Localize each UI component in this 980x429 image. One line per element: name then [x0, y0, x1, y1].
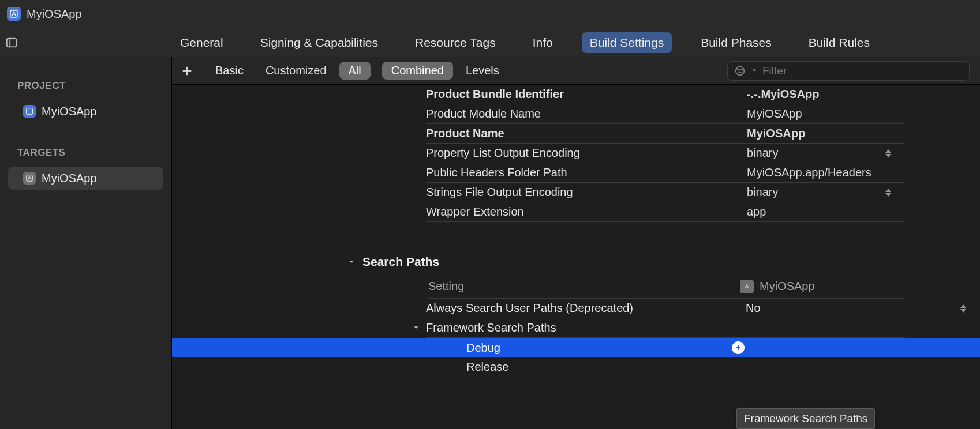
value-stepper-icon[interactable]: [884, 148, 892, 159]
scope-levels[interactable]: Levels: [457, 62, 508, 80]
tab-build-phases[interactable]: Build Phases: [693, 32, 780, 53]
divider: [201, 63, 201, 79]
window-title: MyiOSApp: [27, 7, 82, 21]
setting-value[interactable]: -.-.MyiOSApp: [747, 88, 905, 101]
setting-row[interactable]: Wrapper Extensionapp: [426, 202, 905, 222]
config-row-release[interactable]: Release: [172, 358, 980, 377]
setting-row[interactable]: Property List Output Encodingbinary: [426, 144, 905, 163]
setting-label: Wrapper Extension: [426, 205, 747, 219]
setting-framework-search-paths[interactable]: Framework Search Paths: [426, 318, 905, 338]
target-icon: [740, 280, 754, 293]
value-stepper-icon[interactable]: [959, 303, 967, 314]
config-row-debug[interactable]: Debug: [172, 338, 980, 358]
section-search-paths[interactable]: Search Paths: [347, 244, 980, 274]
setting-label: Property List Output Encoding: [426, 146, 747, 160]
tab-general[interactable]: General: [172, 32, 231, 53]
scope-all[interactable]: All: [339, 62, 371, 80]
setting-value[interactable]: MyiOSApp.app/Headers: [747, 166, 905, 179]
section-title: Search Paths: [362, 255, 439, 269]
editor-tabbar: General Signing & Capabilities Resource …: [0, 28, 980, 57]
filter-input[interactable]: [762, 65, 963, 77]
setting-row[interactable]: Public Headers Folder PathMyiOSApp.app/H…: [426, 163, 905, 183]
app-icon: [7, 7, 21, 21]
scope-customized[interactable]: Customized: [256, 62, 336, 80]
build-settings-list[interactable]: Product Bundle Identifier-.-.MyiOSAppPro…: [172, 85, 980, 429]
svg-rect-1: [7, 38, 17, 47]
column-setting: Setting: [428, 280, 740, 293]
add-setting-button[interactable]: [175, 59, 199, 82]
sidebar-project-item[interactable]: MyiOSApp: [8, 100, 163, 123]
tab-info[interactable]: Info: [525, 32, 561, 53]
toggle-navigator-icon[interactable]: [5, 36, 18, 50]
filter-field[interactable]: [727, 61, 970, 81]
config-label: Release: [172, 360, 732, 374]
setting-row[interactable]: Strings File Output Encodingbinary: [426, 183, 905, 202]
setting-value[interactable]: binary: [747, 186, 905, 199]
setting-label: Product Name: [426, 127, 747, 140]
project-icon: [23, 105, 36, 118]
setting-row[interactable]: Product Module NameMyiOSApp: [426, 104, 905, 124]
sidebar-target-item[interactable]: MyiOSApp: [8, 167, 163, 190]
build-settings-filterbar: Basic Customized All Combined Levels: [172, 57, 980, 85]
tooltip: Framework Search Paths: [736, 408, 875, 429]
setting-row[interactable]: Product Bundle Identifier-.-.MyiOSApp: [426, 85, 905, 104]
sidebar-project-header: PROJECT: [0, 70, 171, 99]
target-icon: [23, 172, 36, 185]
sidebar-project-label: MyiOSApp: [42, 105, 97, 118]
window-titlebar: MyiOSApp: [0, 0, 980, 28]
column-target: MyiOSApp: [760, 280, 815, 293]
svg-rect-3: [27, 108, 33, 115]
setting-row[interactable]: Product NameMyiOSApp: [426, 124, 905, 144]
tab-resource-tags[interactable]: Resource Tags: [407, 32, 504, 53]
config-label: Debug: [172, 341, 732, 355]
chevron-down-icon: [347, 255, 356, 269]
setting-label: Product Module Name: [426, 107, 747, 121]
chevron-down-icon[interactable]: [412, 321, 420, 334]
setting-value[interactable]: No: [746, 302, 905, 315]
tab-build-rules[interactable]: Build Rules: [801, 32, 878, 53]
setting-value[interactable]: binary: [747, 146, 905, 160]
sidebar-target-label: MyiOSApp: [42, 172, 97, 185]
setting-value[interactable]: MyiOSApp: [747, 107, 905, 121]
scope-combined[interactable]: Combined: [382, 62, 453, 80]
setting-label: Strings File Output Encoding: [426, 186, 747, 199]
sidebar-targets-header: TARGETS: [0, 124, 171, 165]
tab-build-settings[interactable]: Build Settings: [582, 32, 672, 53]
setting-label: Public Headers Folder Path: [426, 166, 747, 179]
value-stepper-icon[interactable]: [884, 187, 892, 198]
setting-label: Product Bundle Identifier: [426, 88, 747, 101]
setting-label: Always Search User Paths (Deprecated): [426, 302, 746, 315]
chevron-down-icon[interactable]: [751, 66, 758, 76]
svg-point-7: [736, 66, 745, 75]
project-targets-sidebar: PROJECT MyiOSApp TARGETS MyiOSApp: [0, 57, 172, 429]
setting-always-search-user-paths[interactable]: Always Search User Paths (Deprecated) No: [426, 299, 905, 318]
filter-icon: [734, 65, 746, 77]
add-value-button[interactable]: [732, 341, 745, 354]
setting-value[interactable]: app: [747, 205, 905, 219]
setting-value[interactable]: MyiOSApp: [747, 127, 905, 140]
search-paths-column-headers: Setting MyiOSApp: [428, 274, 905, 299]
target-editor-tabs: General Signing & Capabilities Resource …: [172, 32, 878, 53]
tab-signing-capabilities[interactable]: Signing & Capabilities: [252, 32, 386, 53]
scope-basic[interactable]: Basic: [206, 62, 253, 80]
setting-label: Framework Search Paths: [426, 321, 746, 334]
